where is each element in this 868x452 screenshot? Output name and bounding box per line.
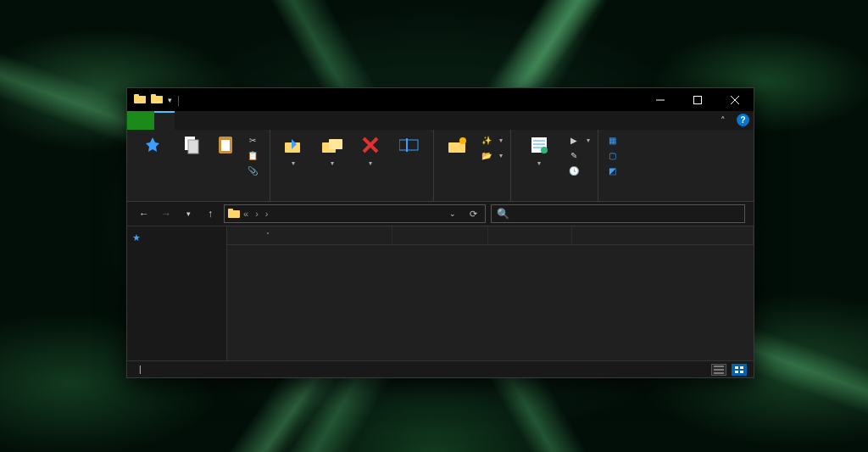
folder-icon — [228, 208, 240, 220]
details-view-button[interactable] — [711, 364, 726, 376]
tab-share[interactable] — [175, 111, 195, 130]
breadcrumb[interactable]: › — [252, 209, 259, 219]
easy-access-button[interactable]: 📂 ▾ — [478, 148, 505, 162]
tab-file[interactable] — [127, 111, 154, 130]
copy-path-icon: 📋 — [247, 149, 259, 161]
open-icon: ▶ — [568, 134, 580, 146]
svg-rect-22 — [735, 371, 738, 373]
sort-asc-icon: ˄ — [266, 232, 270, 239]
status-bar: | — [127, 360, 754, 377]
properties-icon — [527, 133, 551, 157]
svg-rect-12 — [399, 140, 418, 150]
pin-to-quick-access-button[interactable] — [132, 133, 173, 159]
up-button[interactable]: ↑ — [202, 205, 219, 222]
close-button[interactable] — [716, 88, 754, 111]
copy-icon — [180, 133, 203, 157]
column-name[interactable]: ˄ — [227, 226, 392, 244]
svg-rect-21 — [740, 366, 743, 369]
qat-button[interactable] — [151, 93, 163, 106]
new-folder-icon — [445, 133, 469, 157]
svg-rect-23 — [740, 371, 743, 373]
cut-icon: ✂ — [247, 134, 259, 146]
svg-rect-8 — [221, 140, 230, 151]
copy-to-icon — [320, 133, 344, 157]
properties-button[interactable]: ▾ — [516, 133, 562, 168]
rename-icon — [398, 133, 421, 157]
breadcrumb[interactable]: › — [262, 209, 269, 219]
easy-access-icon: 📂 — [481, 149, 492, 161]
delete-button[interactable]: ▾ — [353, 133, 387, 168]
select-all-button[interactable]: ▦ — [604, 133, 624, 147]
ribbon-tabs: ˄ ? — [127, 111, 754, 130]
svg-rect-11 — [329, 139, 342, 149]
copy-path-button[interactable]: 📋 — [244, 148, 264, 162]
svg-rect-20 — [735, 366, 738, 369]
new-item-icon: ✨ — [481, 134, 492, 146]
forward-button[interactable]: → — [158, 205, 175, 222]
column-date[interactable] — [392, 226, 488, 244]
qat-overflow[interactable]: ▾ — [168, 96, 172, 104]
star-icon: ★ — [132, 232, 141, 243]
new-folder-button[interactable] — [439, 133, 475, 159]
svg-point-15 — [459, 137, 466, 144]
delete-icon — [359, 133, 382, 157]
invert-selection-button[interactable]: ◩ — [604, 164, 624, 177]
select-all-icon: ▦ — [606, 134, 618, 146]
select-none-icon: ▢ — [606, 149, 618, 161]
group-select: ▦ ▢ ◩ — [598, 130, 629, 201]
pin-icon — [141, 133, 164, 157]
svg-rect-3 — [151, 94, 156, 98]
maximize-button[interactable] — [679, 88, 716, 111]
navigation-bar: ← → ▾ ↑ « › › ⌄ ⟳ 🔍 — [127, 202, 754, 226]
svg-rect-4 — [694, 96, 702, 103]
edit-button[interactable]: ✎ — [565, 148, 593, 162]
copy-to-button[interactable]: ▾ — [314, 133, 350, 168]
refresh-button[interactable]: ⟳ — [465, 205, 481, 222]
copy-button[interactable] — [176, 133, 207, 159]
back-button[interactable]: ← — [136, 205, 153, 222]
column-headers[interactable]: ˄ — [227, 226, 754, 245]
large-icons-view-button[interactable] — [732, 364, 747, 376]
paste-icon — [214, 133, 237, 157]
history-icon: 🕓 — [568, 165, 580, 176]
column-size[interactable] — [572, 226, 754, 244]
group-open: ▾ ▶ ▾ ✎ 🕓 — [511, 130, 598, 201]
address-bar[interactable]: « › › ⌄ ⟳ — [224, 204, 486, 223]
help-button[interactable]: ? — [737, 114, 749, 126]
svg-rect-1 — [134, 94, 139, 98]
ribbon: ✂ 📋 📎 ▾ ▾ ▾ — [127, 130, 754, 202]
recent-locations-button[interactable]: ▾ — [180, 205, 197, 222]
group-new: ✨ ▾ 📂 ▾ — [434, 130, 511, 201]
quick-access-header[interactable]: ★ — [127, 231, 226, 245]
minimize-button[interactable] — [642, 88, 679, 111]
new-item-button[interactable]: ✨ ▾ — [478, 133, 505, 147]
open-button[interactable]: ▶ ▾ — [565, 133, 593, 147]
move-to-button[interactable]: ▾ — [275, 133, 311, 168]
search-icon: 🔍 — [497, 208, 509, 220]
group-organize: ▾ ▾ ▾ — [270, 130, 434, 201]
cut-button[interactable]: ✂ — [244, 133, 264, 147]
explorer-window: ▾ | ˄ ? — [126, 87, 754, 378]
edit-icon: ✎ — [568, 149, 580, 161]
svg-point-17 — [541, 147, 548, 153]
rename-button[interactable] — [391, 133, 428, 159]
tab-view[interactable] — [195, 111, 215, 130]
address-dropdown[interactable]: ⌄ — [444, 205, 461, 222]
search-box[interactable]: 🔍 — [491, 204, 745, 223]
column-type[interactable] — [488, 226, 572, 244]
history-button[interactable]: 🕓 — [565, 164, 593, 177]
move-to-icon — [281, 133, 305, 157]
paste-shortcut-button[interactable]: 📎 — [244, 164, 264, 177]
paste-button[interactable] — [210, 133, 241, 159]
ribbon-collapse-button[interactable]: ˄ — [714, 111, 732, 130]
folder-icon — [134, 93, 146, 106]
svg-rect-19 — [228, 209, 233, 212]
titlebar[interactable]: ▾ | — [127, 88, 754, 111]
svg-rect-6 — [188, 140, 198, 153]
tab-home[interactable] — [154, 111, 175, 130]
file-list: ˄ — [227, 226, 754, 360]
select-none-button[interactable]: ▢ — [604, 148, 624, 162]
group-clipboard: ✂ 📋 📎 — [127, 130, 270, 201]
svg-rect-13 — [406, 138, 408, 152]
navigation-pane[interactable]: ★ — [127, 226, 227, 360]
